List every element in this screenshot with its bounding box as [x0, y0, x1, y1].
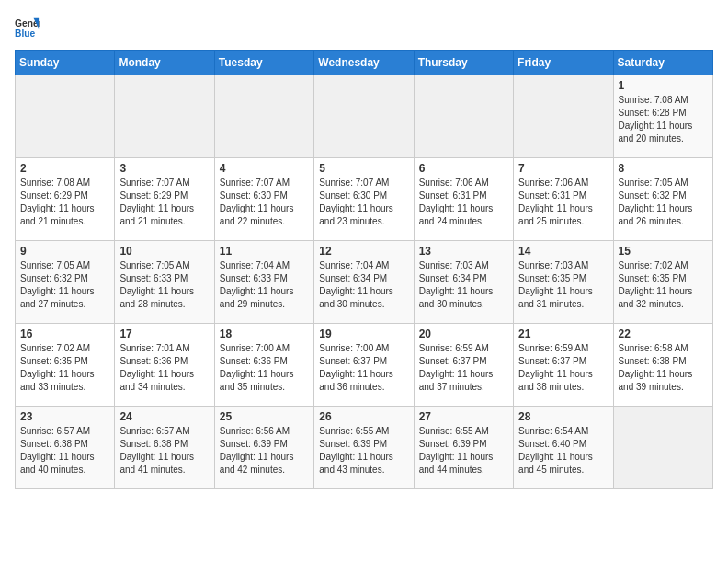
weekday-header-friday: Friday — [514, 51, 613, 75]
day-number: 28 — [518, 410, 608, 423]
day-number: 9 — [20, 245, 109, 258]
day-info: Sunrise: 6:57 AM Sunset: 6:38 PM Dayligh… — [119, 425, 209, 477]
day-info: Sunrise: 7:05 AM Sunset: 6:32 PM Dayligh… — [619, 177, 708, 228]
day-info: Sunrise: 7:07 AM Sunset: 6:30 PM Dayligh… — [319, 177, 408, 228]
day-number: 13 — [419, 245, 508, 258]
day-info: Sunrise: 7:00 AM Sunset: 6:37 PM Dayligh… — [319, 342, 408, 394]
calendar-cell: 25Sunrise: 6:56 AM Sunset: 6:39 PM Dayli… — [214, 407, 313, 489]
calendar-cell: 21Sunrise: 6:59 AM Sunset: 6:37 PM Dayli… — [514, 324, 613, 407]
day-number: 15 — [619, 245, 708, 258]
day-number: 18 — [220, 327, 309, 340]
day-info: Sunrise: 7:06 AM Sunset: 6:31 PM Dayligh… — [518, 177, 608, 228]
calendar-cell: 27Sunrise: 6:55 AM Sunset: 6:39 PM Dayli… — [414, 407, 513, 489]
day-number: 3 — [119, 162, 209, 175]
day-number: 19 — [319, 327, 408, 340]
day-info: Sunrise: 6:56 AM Sunset: 6:39 PM Dayligh… — [220, 425, 309, 477]
calendar-cell: 16Sunrise: 7:02 AM Sunset: 6:35 PM Dayli… — [16, 324, 115, 407]
day-info: Sunrise: 7:04 AM Sunset: 6:33 PM Dayligh… — [220, 259, 309, 311]
day-info: Sunrise: 7:08 AM Sunset: 6:28 PM Dayligh… — [619, 94, 708, 145]
day-number: 23 — [20, 410, 109, 423]
day-info: Sunrise: 7:01 AM Sunset: 6:36 PM Dayligh… — [119, 342, 209, 394]
calendar-cell — [613, 407, 712, 489]
day-info: Sunrise: 6:55 AM Sunset: 6:39 PM Dayligh… — [419, 425, 508, 477]
calendar-cell: 13Sunrise: 7:03 AM Sunset: 6:34 PM Dayli… — [414, 241, 513, 324]
day-number: 24 — [119, 410, 209, 423]
calendar-cell — [414, 75, 513, 158]
day-info: Sunrise: 7:02 AM Sunset: 6:35 PM Dayligh… — [20, 342, 109, 394]
weekday-header-saturday: Saturday — [613, 51, 712, 75]
day-info: Sunrise: 6:55 AM Sunset: 6:39 PM Dayligh… — [319, 425, 408, 477]
calendar-cell — [314, 75, 414, 158]
calendar-cell: 5Sunrise: 7:07 AM Sunset: 6:30 PM Daylig… — [314, 158, 414, 241]
day-number: 6 — [419, 162, 508, 175]
day-number: 8 — [619, 162, 708, 175]
calendar-cell: 23Sunrise: 6:57 AM Sunset: 6:38 PM Dayli… — [16, 407, 115, 489]
logo-icon: General Blue — [15, 15, 40, 40]
calendar-cell: 28Sunrise: 6:54 AM Sunset: 6:40 PM Dayli… — [514, 407, 613, 489]
day-info: Sunrise: 7:00 AM Sunset: 6:36 PM Dayligh… — [220, 342, 309, 394]
day-number: 17 — [119, 327, 209, 340]
calendar-cell: 12Sunrise: 7:04 AM Sunset: 6:34 PM Dayli… — [314, 241, 414, 324]
calendar-cell: 9Sunrise: 7:05 AM Sunset: 6:32 PM Daylig… — [16, 241, 115, 324]
day-info: Sunrise: 7:06 AM Sunset: 6:31 PM Dayligh… — [419, 177, 508, 228]
calendar-cell: 24Sunrise: 6:57 AM Sunset: 6:38 PM Dayli… — [115, 407, 214, 489]
calendar-cell: 11Sunrise: 7:04 AM Sunset: 6:33 PM Dayli… — [214, 241, 313, 324]
day-number: 20 — [419, 327, 508, 340]
calendar-cell: 8Sunrise: 7:05 AM Sunset: 6:32 PM Daylig… — [613, 158, 712, 241]
weekday-header-sunday: Sunday — [16, 51, 115, 75]
calendar-cell — [16, 75, 115, 158]
day-info: Sunrise: 7:05 AM Sunset: 6:33 PM Dayligh… — [119, 259, 209, 311]
day-number: 25 — [220, 410, 309, 423]
calendar-cell: 19Sunrise: 7:00 AM Sunset: 6:37 PM Dayli… — [314, 324, 414, 407]
page-header: General Blue — [15, 15, 713, 40]
calendar-cell — [214, 75, 313, 158]
day-number: 10 — [119, 245, 209, 258]
day-info: Sunrise: 6:57 AM Sunset: 6:38 PM Dayligh… — [20, 425, 109, 477]
calendar-cell: 18Sunrise: 7:00 AM Sunset: 6:36 PM Dayli… — [214, 324, 313, 407]
day-info: Sunrise: 7:07 AM Sunset: 6:30 PM Dayligh… — [220, 177, 309, 228]
calendar-cell: 22Sunrise: 6:58 AM Sunset: 6:38 PM Dayli… — [613, 324, 712, 407]
day-info: Sunrise: 7:05 AM Sunset: 6:32 PM Dayligh… — [20, 259, 109, 311]
svg-text:Blue: Blue — [15, 29, 36, 39]
day-number: 22 — [619, 327, 708, 340]
day-number: 7 — [518, 162, 608, 175]
calendar-cell: 6Sunrise: 7:06 AM Sunset: 6:31 PM Daylig… — [414, 158, 513, 241]
calendar-cell — [514, 75, 613, 158]
calendar-cell: 14Sunrise: 7:03 AM Sunset: 6:35 PM Dayli… — [514, 241, 613, 324]
day-info: Sunrise: 6:59 AM Sunset: 6:37 PM Dayligh… — [518, 342, 608, 394]
weekday-header-tuesday: Tuesday — [214, 51, 313, 75]
day-info: Sunrise: 6:54 AM Sunset: 6:40 PM Dayligh… — [518, 425, 608, 477]
day-number: 14 — [518, 245, 608, 258]
day-info: Sunrise: 6:59 AM Sunset: 6:37 PM Dayligh… — [419, 342, 508, 394]
day-info: Sunrise: 7:04 AM Sunset: 6:34 PM Dayligh… — [319, 259, 408, 311]
day-info: Sunrise: 7:03 AM Sunset: 6:35 PM Dayligh… — [518, 259, 608, 311]
day-number: 5 — [319, 162, 408, 175]
day-info: Sunrise: 7:08 AM Sunset: 6:29 PM Dayligh… — [20, 177, 109, 228]
day-info: Sunrise: 6:58 AM Sunset: 6:38 PM Dayligh… — [619, 342, 708, 394]
calendar-cell: 4Sunrise: 7:07 AM Sunset: 6:30 PM Daylig… — [214, 158, 313, 241]
day-info: Sunrise: 7:02 AM Sunset: 6:35 PM Dayligh… — [619, 259, 708, 311]
calendar-cell: 2Sunrise: 7:08 AM Sunset: 6:29 PM Daylig… — [16, 158, 115, 241]
logo: General Blue — [15, 15, 40, 40]
day-number: 11 — [220, 245, 309, 258]
calendar-cell — [115, 75, 214, 158]
calendar-cell: 20Sunrise: 6:59 AM Sunset: 6:37 PM Dayli… — [414, 324, 513, 407]
day-number: 26 — [319, 410, 408, 423]
calendar-cell: 26Sunrise: 6:55 AM Sunset: 6:39 PM Dayli… — [314, 407, 414, 489]
day-info: Sunrise: 7:03 AM Sunset: 6:34 PM Dayligh… — [419, 259, 508, 311]
day-number: 16 — [20, 327, 109, 340]
calendar-cell: 1Sunrise: 7:08 AM Sunset: 6:28 PM Daylig… — [613, 75, 712, 158]
day-number: 12 — [319, 245, 408, 258]
calendar-cell: 3Sunrise: 7:07 AM Sunset: 6:29 PM Daylig… — [115, 158, 214, 241]
day-info: Sunrise: 7:07 AM Sunset: 6:29 PM Dayligh… — [119, 177, 209, 228]
calendar-cell: 7Sunrise: 7:06 AM Sunset: 6:31 PM Daylig… — [514, 158, 613, 241]
calendar-cell: 10Sunrise: 7:05 AM Sunset: 6:33 PM Dayli… — [115, 241, 214, 324]
day-number: 4 — [220, 162, 309, 175]
day-number: 2 — [20, 162, 109, 175]
calendar-cell: 15Sunrise: 7:02 AM Sunset: 6:35 PM Dayli… — [613, 241, 712, 324]
day-number: 21 — [518, 327, 608, 340]
weekday-header-thursday: Thursday — [414, 51, 513, 75]
day-number: 1 — [619, 79, 708, 92]
weekday-header-monday: Monday — [115, 51, 214, 75]
calendar-table: SundayMondayTuesdayWednesdayThursdayFrid… — [15, 50, 713, 489]
